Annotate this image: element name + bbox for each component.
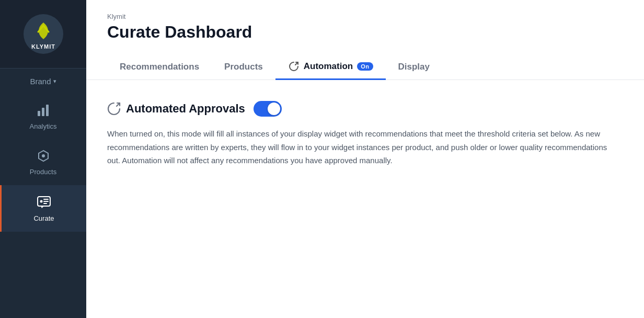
tab-automation-label: Automation <box>304 61 353 72</box>
analytics-icon <box>37 104 50 119</box>
automated-approvals-toggle[interactable] <box>254 101 282 117</box>
analytics-label: Analytics <box>29 122 56 130</box>
section-title: Automated Approvals <box>107 102 245 116</box>
tab-recommendations-label: Recommendations <box>120 62 199 72</box>
sidebar-item-analytics[interactable]: Analytics <box>0 94 86 140</box>
sidebar-item-brand[interactable]: Brand ▾ <box>0 69 86 94</box>
klymit-logo-svg: KLYMIT <box>22 13 64 55</box>
brand-label: Brand <box>30 77 51 86</box>
section-title-text: Automated Approvals <box>126 102 245 116</box>
toggle-knob <box>268 103 280 115</box>
sidebar-logo: KLYMIT <box>0 0 86 69</box>
tab-products-label: Products <box>224 62 263 72</box>
breadcrumb: Klymit <box>107 13 623 20</box>
tab-recommendations[interactable]: Recommendations <box>107 55 212 80</box>
svg-point-5 <box>42 154 45 157</box>
automation-section-header: Automated Approvals <box>107 101 623 117</box>
svg-rect-4 <box>46 105 49 116</box>
tab-automation[interactable]: Automation On <box>275 54 386 80</box>
tab-products[interactable]: Products <box>212 55 275 80</box>
products-icon <box>37 149 50 165</box>
page-body: Automated Approvals When turned on, this… <box>86 80 644 318</box>
page-header: Klymit Curate Dashboard Recommendations … <box>86 0 644 80</box>
curate-label: Curate <box>33 214 54 222</box>
sidebar-item-curate[interactable]: Curate <box>0 185 86 232</box>
svg-point-7 <box>40 200 43 203</box>
tab-display-label: Display <box>398 62 430 72</box>
sidebar-item-products[interactable]: Products <box>0 140 86 185</box>
automation-description: When turned on, this mode will fill all … <box>107 127 619 167</box>
toggle-switch[interactable] <box>254 101 282 117</box>
brand-logo: KLYMIT <box>20 10 67 58</box>
chevron-down-icon: ▾ <box>53 78 56 85</box>
automation-badge: On <box>357 62 373 71</box>
page-title: Curate Dashboard <box>107 22 623 42</box>
tabs-nav: Recommendations Products Automation On D… <box>107 54 623 80</box>
automated-approvals-icon <box>107 102 121 116</box>
curate-icon <box>37 195 51 211</box>
main-content: Klymit Curate Dashboard Recommendations … <box>86 0 644 318</box>
products-label: Products <box>30 168 56 176</box>
sidebar: KLYMIT Brand ▾ Analytics Products <box>0 0 86 318</box>
svg-rect-2 <box>38 111 40 116</box>
automation-tab-icon <box>288 61 300 72</box>
tab-display[interactable]: Display <box>386 55 442 80</box>
svg-text:KLYMIT: KLYMIT <box>31 43 55 50</box>
svg-rect-3 <box>42 108 44 116</box>
